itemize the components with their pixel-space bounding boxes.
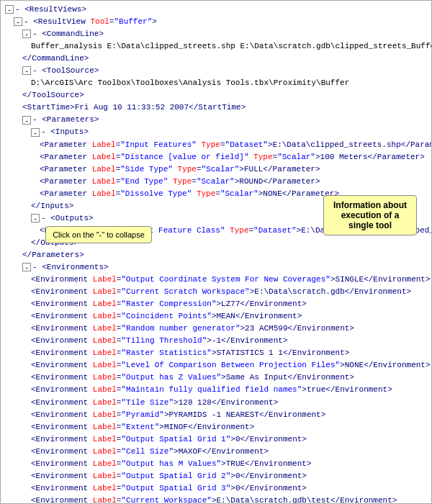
xml-line: <Environment Label="Output Spatial Grid … (5, 433, 427, 446)
collapse-btn[interactable]: - (31, 214, 40, 222)
xml-tag: <Environment Label="Output Spatial Grid … (31, 435, 307, 444)
xml-tag: - <ResultViews> (15, 5, 86, 14)
xml-line: <Environment Label="Extent">MINOF</Envir… (5, 421, 427, 433)
xml-text-content: D:\ArcGIS\Arc Toolbox\Toolboxes\Analysis… (31, 78, 349, 87)
collapse-btn[interactable]: - (5, 5, 14, 14)
collapse-btn[interactable]: - (22, 116, 31, 125)
xml-tag: </Parameters> (22, 251, 84, 259)
xml-content: -- <ResultViews>-- <ResultView Tool="Buf… (1, 1, 431, 504)
xml-tag: <Parameter Label="End Type" Type="Scalar… (40, 177, 320, 186)
collapse-btn[interactable]: - (14, 17, 22, 26)
xml-tag: <Environment Label="Current Scratch Work… (31, 287, 411, 296)
xml-line: <Parameter Label="Distance [value or fie… (5, 151, 427, 163)
xml-tag: </Inputs> (31, 202, 73, 210)
callout-text: Click on the "-" to collapse (53, 230, 145, 239)
callout-collapse: Click on the "-" to collapse (45, 226, 152, 243)
xml-line: <Environment Label="Output Spatial Grid … (5, 482, 427, 495)
xml-tag: <Environment Label="Current Workspace">E… (31, 496, 397, 504)
xml-line: </ToolSource> (5, 89, 427, 102)
xml-line: <Environment Label="Current Workspace">E… (5, 495, 427, 504)
xml-tag: <Environment Label="Output Coordinate Sy… (31, 275, 431, 284)
xml-line: <Environment Label="Tile Size">128 128</… (5, 397, 427, 409)
xml-tag: <Environment Label="Tiling Threshold">-1… (31, 336, 288, 345)
xml-line: </Parameters> (5, 249, 427, 261)
xml-tag: - <Outputs> (41, 214, 94, 222)
xml-tag: <Environment Label="Output has Z Values"… (31, 373, 354, 382)
collapse-btn[interactable]: - (22, 66, 31, 75)
xml-line: <Environment Label="Output has Z Values"… (5, 372, 427, 384)
xml-tag: <Environment Label="Cell Size">MAXOF</En… (31, 447, 269, 456)
collapse-btn[interactable]: - (22, 263, 31, 271)
xml-tag: <Environment Label="Coincident Points">M… (31, 312, 302, 320)
xml-tag: <Environment Label="Output Spatial Grid … (31, 484, 307, 492)
xml-tag: <Environment Label="Raster Compression">… (31, 300, 307, 308)
xml-line: -- <Parameters> (5, 114, 427, 126)
xml-line: <Parameter Label="Side Type" Type="Scala… (5, 163, 427, 176)
xml-line: <Environment Label="Tiling Threshold">-1… (5, 335, 427, 347)
xml-line: <Environment Label="Pyramid">PYRAMIDS -1… (5, 409, 427, 421)
xml-line: -- <Environments> (5, 261, 427, 274)
xml-line: <Parameter Label="Input Features" Type="… (5, 139, 427, 151)
xml-line: <Environment Label="Output Coordinate Sy… (5, 274, 427, 286)
xml-tag: <Parameter Label="Input Features" Type="… (40, 140, 432, 149)
xml-tag: <Environment Label="Pyramid">PYRAMIDS -1… (31, 410, 325, 419)
xml-line: <Environment Label="Output has M Values"… (5, 458, 427, 470)
xml-tag: - <CommandLine> (32, 30, 104, 38)
xml-line: -- <CommandLine> (5, 28, 427, 40)
xml-tag: - <Environments> (32, 263, 109, 271)
xml-line: <Environment Label="Random number genera… (5, 323, 427, 335)
xml-line: </CommandLine> (5, 53, 427, 65)
xml-tag: <Environment Label="Extent">MINOF</Envir… (31, 423, 254, 431)
xml-line: <Environment Label="Maintain fully quali… (5, 384, 427, 396)
xml-line: <Parameter Label="End Type" Type="Scalar… (5, 176, 427, 188)
tooltip-info: Information about execution of a single … (323, 195, 417, 235)
collapse-btn[interactable]: - (22, 30, 31, 38)
xml-tag: </CommandLine> (22, 54, 89, 63)
xml-tag: <Parameter Label="Distance [value or fie… (40, 153, 425, 161)
xml-tag: - <ResultView Tool="Buffer"> (24, 17, 157, 26)
xml-tag: <Environment Label="Output has M Values"… (31, 459, 312, 468)
xml-line: <Environment Label="Raster Statistics">S… (5, 347, 427, 359)
xml-tag: <Environment Label="Level Of Comparison … (31, 361, 431, 369)
xml-line: -- <ToolSource> (5, 65, 427, 77)
xml-tag: <Environment Label="Maintain fully quali… (31, 385, 392, 394)
xml-tag: <Environment Label="Random number genera… (31, 324, 354, 333)
xml-tag: <Parameter Label="Dissolve Type" Type="S… (40, 189, 339, 198)
xml-tag: <Environment Label="Output Spatial Grid … (31, 472, 307, 480)
xml-text-content: Buffer_analysis E:\Data\clipped_streets.… (31, 42, 432, 50)
xml-line: -- <ResultView Tool="Buffer"> (5, 16, 427, 28)
xml-tag: - <ToolSource> (32, 66, 99, 75)
xml-tag: <StartTime>Fri Aug 10 11:33:52 2007</Sta… (22, 103, 246, 112)
xml-line: <Environment Label="Coincident Points">M… (5, 310, 427, 323)
xml-viewer[interactable]: -- <ResultViews>-- <ResultView Tool="Buf… (0, 0, 432, 504)
xml-line: -- <ResultViews> (5, 4, 427, 16)
xml-tag: - <Inputs> (41, 127, 89, 136)
xml-line: Buffer_analysis E:\Data\clipped_streets.… (5, 40, 427, 53)
xml-line: <Environment Label="Output Spatial Grid … (5, 470, 427, 482)
collapse-btn[interactable]: - (31, 128, 40, 137)
xml-line: D:\ArcGIS\Arc Toolbox\Toolboxes\Analysis… (5, 77, 427, 89)
xml-tag: <Environment Label="Raster Statistics">S… (31, 348, 349, 357)
xml-line: -- <Inputs> (5, 126, 427, 138)
xml-line: <Environment Label="Raster Compression">… (5, 298, 427, 310)
xml-line: <Environment Label="Current Scratch Work… (5, 286, 427, 298)
xml-tag: </ToolSource> (22, 91, 84, 99)
xml-line: <StartTime>Fri Aug 10 11:33:52 2007</Sta… (5, 102, 427, 114)
tooltip-text: Information about execution of a single … (333, 200, 407, 230)
xml-line: <Environment Label="Cell Size">MAXOF</En… (5, 446, 427, 458)
xml-tag: <Environment Label="Tile Size">128 128</… (31, 398, 278, 407)
xml-tag: - <Parameters> (32, 115, 99, 124)
xml-tag: <Parameter Label="Side Type" Type="Scala… (40, 165, 320, 174)
xml-line: <Environment Label="Level Of Comparison … (5, 359, 427, 372)
